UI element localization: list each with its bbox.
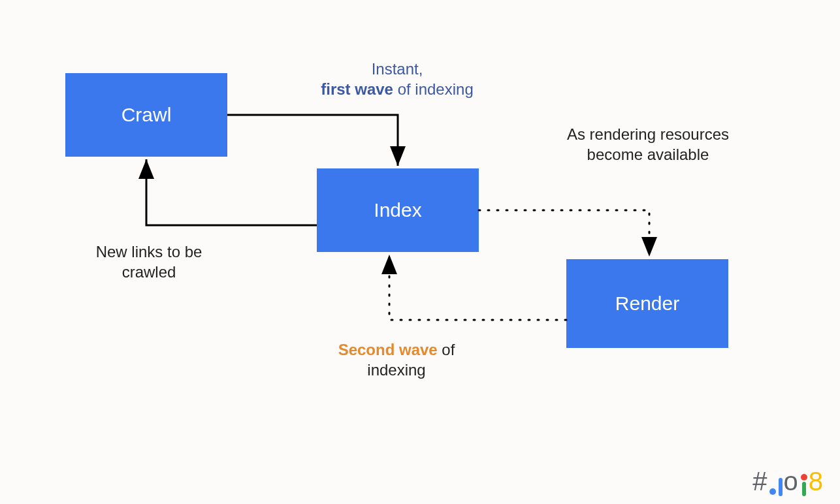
node-crawl-label: Crawl bbox=[121, 104, 172, 126]
edge-label-resources: As rendering resources become available bbox=[563, 124, 733, 165]
bar-green-icon bbox=[802, 482, 806, 496]
edge-crawl-to-index bbox=[227, 115, 398, 166]
edge-label-first-wave: Instant, first wave of indexing bbox=[312, 59, 482, 99]
node-crawl: Crawl bbox=[65, 73, 227, 157]
edge-index-to-render bbox=[479, 210, 649, 257]
node-render-label: Render bbox=[615, 292, 679, 315]
node-render: Render bbox=[566, 259, 728, 348]
second-wave-bold: Second wave bbox=[338, 341, 438, 358]
first-wave-rest: of indexing bbox=[393, 80, 474, 98]
edge-index-to-crawl bbox=[146, 159, 317, 225]
edge-label-second-wave: Second wave of indexing bbox=[328, 339, 465, 380]
node-index-label: Index bbox=[374, 199, 421, 221]
edge-render-to-index bbox=[389, 255, 566, 320]
edge-label-new-links: New links to be crawled bbox=[84, 242, 214, 282]
first-wave-bold: first wave bbox=[321, 80, 393, 98]
node-index: Index bbox=[317, 168, 479, 252]
watermark-hash: # bbox=[752, 467, 768, 496]
dot-blue-icon bbox=[769, 488, 776, 495]
watermark-o: o bbox=[784, 467, 800, 496]
watermark-eight: 8 bbox=[809, 467, 824, 496]
first-wave-line1: Instant, bbox=[312, 59, 482, 79]
bar-blue-icon bbox=[779, 478, 783, 496]
watermark-io18: # o 8 bbox=[752, 467, 824, 496]
dot-red-icon bbox=[801, 474, 807, 480]
